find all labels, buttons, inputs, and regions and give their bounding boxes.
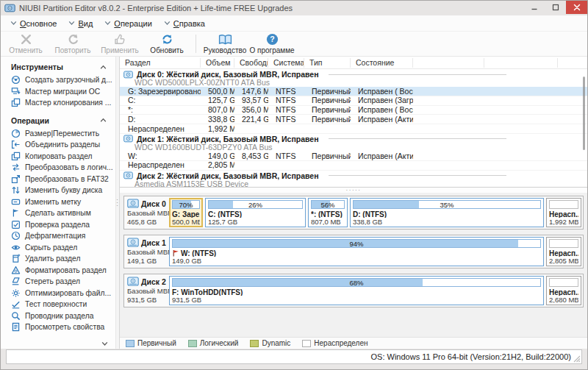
sidebar-scroll-down[interactable] <box>1 338 115 349</box>
sidebar-section-header[interactable]: Инструменты <box>1 60 115 74</box>
usage-bar: 68% <box>172 278 541 287</box>
column-header[interactable]: Свободно <box>234 58 268 68</box>
sidebar-item-erase[interactable]: Стереть раздел <box>1 276 115 288</box>
toolbar-redo-button[interactable]: Повторить <box>49 32 96 56</box>
disk-name-row: Диск 2 <box>127 277 167 286</box>
sidebar-item-hide-eye[interactable]: Скрыть раздел <box>1 242 115 254</box>
partition-row[interactable]: C:125,7 GB93,57 GBNTFSПервичныйИсправен … <box>120 96 587 106</box>
sidebar-section-header[interactable]: Операции <box>1 113 115 128</box>
splitter-handle-dots: ····· <box>346 189 362 192</box>
sidebar-item-format-triangle[interactable]: Форматировать раздел <box>1 265 115 277</box>
cell: NTFS <box>268 115 304 124</box>
partition-block[interactable]: 94%W: (NTFS)149,0 GB <box>169 237 544 266</box>
partition-block[interactable]: 26%C: (NTFS)125,7 GB <box>205 198 306 227</box>
partition-block[interactable]: 35%D: (NTFS)338,8 GB <box>350 198 544 227</box>
sidebar-section: ИнструментыСоздать загрузочный д...Масте… <box>1 60 115 109</box>
column-header[interactable]: Раздел <box>120 58 201 68</box>
unallocated-block[interactable]: Нерасп...1,992 MB <box>546 198 581 227</box>
partition-row[interactable]: *:807,0 MB356,0 MBNTFSПервичныйИсправен … <box>120 106 587 115</box>
partition-row[interactable]: D:338,8 GB221,4 GBNTFSПервичныйИсправен … <box>120 115 587 124</box>
disk-panel-label[interactable]: Диск 0Базовый MBR465,8 GB <box>126 198 167 227</box>
column-header-empty <box>558 58 587 68</box>
partition-label: C: (NTFS) <box>208 210 242 218</box>
toolbar-undo-button[interactable]: Отменить <box>2 32 49 56</box>
toolbar-apply-thumb-button[interactable]: Применить <box>96 32 143 56</box>
usage-bar <box>549 200 578 209</box>
sidebar-item-defrag-clock[interactable]: Дефрагментация <box>1 230 115 242</box>
legend-swatch <box>250 340 259 347</box>
cell: 147,6 MB <box>234 87 268 96</box>
disk-map-area: Диск 0Базовый MBR465,8 GB70%G: Заре...50… <box>120 193 587 349</box>
sidebar-item-check-square[interactable]: Проверка раздела <box>1 219 115 231</box>
menu-operations[interactable]: Операции <box>99 18 157 29</box>
sidebar-item-optimize-gear[interactable]: Оптимизировать файл... <box>1 288 115 299</box>
sidebar-item-os-migration[interactable]: Мастер миграции ОС <box>1 86 115 98</box>
usage-bar: 26% <box>208 200 303 209</box>
unallocated-block[interactable]: Нерасп...2,805 MB <box>546 237 581 266</box>
sidebar-item-properties[interactable]: Просмотреть свойства <box>1 321 115 333</box>
disk-group-header[interactable]: Диск 0: Жёсткий диск, Базовый MBR, Испра… <box>120 69 587 87</box>
sidebar-item-convert-arrows[interactable]: Преобразовать в логич... <box>1 162 115 174</box>
partition-block[interactable]: 56%*: (NTFS)807,0 MB <box>308 198 348 227</box>
column-header[interactable]: Состояние <box>351 58 413 68</box>
sidebar-item-delete[interactable]: Удалить раздел <box>1 253 115 265</box>
toolbar-divider <box>196 35 196 53</box>
toolbar-about-question-button[interactable]: ?О программе <box>248 32 295 56</box>
menu-help[interactable]: Справка <box>159 18 210 29</box>
menu-view[interactable]: Вид <box>63 18 98 29</box>
unallocated-block[interactable]: Нерасп...2,680 MB <box>546 276 581 305</box>
partition-row[interactable]: Нераспределен1,992 MB <box>120 124 587 134</box>
sidebar-item-label: Копировать раздел <box>25 152 93 160</box>
partition-row[interactable]: G: Зарезервировано систе...500,0 MB147,6… <box>120 87 587 96</box>
sidebar-item-convert-fat32[interactable]: Преобразовать в FAT32 <box>1 174 115 185</box>
disk-panel-label[interactable]: Диск 2Базовый MBR931,5 GB <box>126 276 167 305</box>
about-question-icon: ? <box>266 33 279 46</box>
disk-panel-label[interactable]: Диск 1Базовый MBR149,1 GB <box>126 237 167 266</box>
sidebar-item-resize-move[interactable]: Размер|Переместить <box>1 128 115 140</box>
toolbar-refresh-button[interactable]: Обновить <box>143 32 190 56</box>
column-header[interactable]: Тип <box>304 58 351 68</box>
minimize-button[interactable] <box>523 1 545 14</box>
resize-grip-icon[interactable] <box>573 355 581 363</box>
legend-label: Нераспределен <box>314 339 368 347</box>
maximize-button[interactable] <box>545 1 566 14</box>
sidebar-item-drive-letter[interactable]: Изменить букву диска <box>1 185 115 196</box>
sidebar-item-label: Удалить раздел <box>25 255 80 263</box>
partition-block[interactable]: 68%F: WinToHDD(NTFS)931,5 GB <box>169 276 544 305</box>
sidebar-item-label: Проверка раздела <box>25 221 90 229</box>
window-title: NIUBI Partition Editor v8.0.2 - Enterpri… <box>19 4 523 13</box>
menu-main[interactable]: Основное <box>5 18 62 29</box>
sidebar-item-merge[interactable]: Объединить разделы <box>1 139 115 151</box>
cell: Исправен (Активный, Во... <box>351 115 413 124</box>
sidebar-item-boot-disc[interactable]: Создать загрузочный д... <box>1 74 115 86</box>
partition-block[interactable]: 70%G: Заре...500,0 MB <box>169 198 203 227</box>
disk-group-header[interactable]: Диск 1: Жёсткий диск, Базовый MBR, Испра… <box>120 134 587 152</box>
partition-row[interactable]: W:149,0 GB8,453 GBNTFSПервичныйИсправен … <box>120 152 587 161</box>
sidebar-item-explorer-magnifier[interactable]: Проводник раздела <box>1 310 115 322</box>
label-icon <box>10 197 21 207</box>
close-button[interactable] <box>566 1 587 14</box>
app-disk-icon <box>4 4 15 13</box>
sidebar-item-copy[interactable]: Копировать раздел <box>1 151 115 163</box>
toolbar-guide-book-button[interactable]: Руководство <box>201 32 248 56</box>
usage-bar: 56% <box>311 200 345 209</box>
sidebar-item-clone[interactable]: Мастер клонирования ... <box>1 97 115 109</box>
legend-label: Dynamic <box>262 339 290 347</box>
sidebar-item-label: Преобразовать в FAT32 <box>25 175 109 183</box>
cell: D: <box>120 115 201 124</box>
table-scrollbar-thumb[interactable] <box>583 77 585 150</box>
resize-move-icon <box>10 129 21 138</box>
sidebar-item-label[interactable]: Изменить метку <box>1 196 115 208</box>
partition-row[interactable]: Нераспределен2,805 MB <box>120 161 587 171</box>
cell: 1,992 MB <box>201 124 234 134</box>
sidebar-item-flag[interactable]: Сделать активным <box>1 207 115 219</box>
sidebar-item-surface-test[interactable]: Тест поверхности <box>1 299 115 310</box>
column-header[interactable]: Объем <box>201 58 234 68</box>
column-header[interactable]: Система <box>268 58 304 68</box>
horizontal-splitter[interactable]: ····· <box>120 188 587 193</box>
disk-model: Asmedia ASM1153E USB Device <box>123 180 587 188</box>
chevron-down-icon <box>101 341 108 346</box>
disk-group-header[interactable]: Диск 2: Жёсткий диск, Базовый MBR, Испра… <box>120 171 587 188</box>
cell: 93,57 GB <box>234 96 268 105</box>
sidebar-item-label: Дефрагментация <box>25 232 85 240</box>
